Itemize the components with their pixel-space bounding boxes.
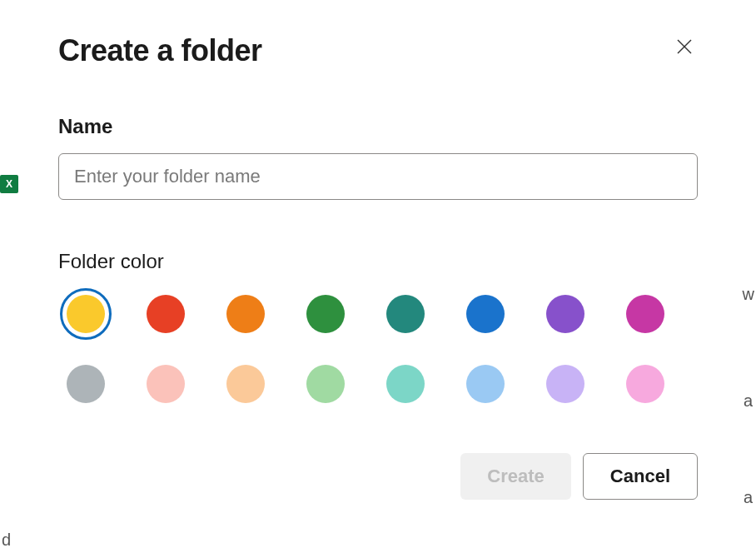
background-text-fragment: a: [744, 488, 753, 507]
color-swatch-light-green[interactable]: [306, 365, 345, 403]
background-text-fragment: w: [743, 285, 754, 304]
excel-icon: X: [0, 175, 18, 193]
color-picker-grid: [58, 295, 698, 403]
color-swatch-light-teal[interactable]: [386, 365, 425, 403]
dialog-header: Create a folder: [58, 33, 698, 68]
color-swatch-grey[interactable]: [67, 365, 105, 403]
dialog-title: Create a folder: [58, 33, 262, 68]
folder-name-input[interactable]: [58, 153, 698, 200]
close-icon: [674, 37, 694, 57]
color-swatch-light-orange[interactable]: [226, 365, 265, 403]
color-swatch-green[interactable]: [306, 295, 345, 333]
color-swatch-magenta[interactable]: [626, 295, 664, 333]
background-text-fragment: a: [744, 391, 753, 411]
name-label: Name: [58, 115, 698, 138]
dialog-footer: Create Cancel: [58, 453, 698, 500]
folder-color-label: Folder color: [58, 250, 698, 273]
color-swatch-light-purple[interactable]: [546, 365, 584, 403]
background-text-fragment: d: [2, 531, 11, 550]
color-swatch-red[interactable]: [147, 295, 185, 333]
color-swatch-light-blue[interactable]: [466, 365, 505, 403]
color-swatch-teal[interactable]: [386, 295, 425, 333]
color-swatch-pink[interactable]: [626, 365, 664, 403]
close-button[interactable]: [671, 33, 698, 60]
color-swatch-yellow[interactable]: [67, 295, 105, 333]
color-swatch-light-red[interactable]: [147, 365, 185, 403]
create-button[interactable]: Create: [460, 453, 570, 500]
create-folder-dialog: Create a folder Name Folder color Create…: [18, 0, 738, 553]
color-swatch-blue[interactable]: [466, 295, 505, 333]
color-swatch-orange[interactable]: [226, 295, 265, 333]
cancel-button[interactable]: Cancel: [583, 453, 698, 500]
color-swatch-purple[interactable]: [546, 295, 584, 333]
